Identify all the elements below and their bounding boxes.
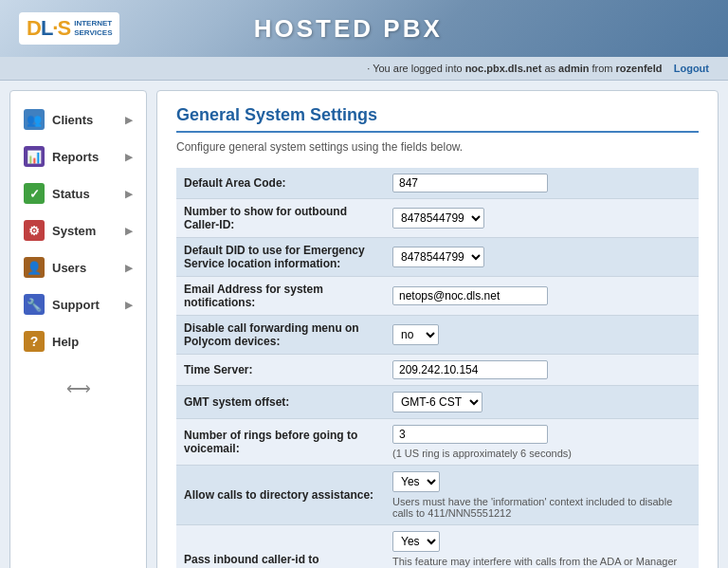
table-row: Email Address for system notifications:: [176, 277, 699, 316]
sidebar-item-support[interactable]: 🔧 Support ▶: [14, 286, 142, 322]
setting-value: 8478544799: [385, 238, 699, 277]
admin-name: admin: [558, 63, 589, 74]
username: rozenfeld: [616, 63, 663, 74]
status-icon: ✓: [24, 183, 45, 204]
page-subtitle: Configure general system settings using …: [176, 140, 699, 154]
setting-note: Users must have the 'information' contex…: [392, 496, 691, 519]
reports-icon: 📊: [24, 146, 45, 167]
sidebar-label-clients: Clients: [52, 113, 93, 127]
sidebar-label-help: Help: [52, 335, 79, 349]
setting-label: Number of rings before going to voicemai…: [176, 419, 385, 466]
clients-icon: 👥: [24, 109, 45, 130]
sidebar-label-users: Users: [52, 261, 86, 275]
logo-area: DL·S INTERNET SERVICES: [19, 12, 119, 45]
setting-label: Default Area Code:: [176, 168, 385, 199]
setting-select-8[interactable]: YesNo: [392, 471, 440, 492]
header-title: HOSTED PBX: [254, 14, 443, 44]
reports-arrow: ▶: [125, 152, 133, 162]
logo-box: DL·S INTERNET SERVICES: [19, 12, 119, 45]
sidebar-item-users[interactable]: 👤 Users ▶: [14, 249, 142, 285]
sidebar-label-system: System: [52, 224, 96, 238]
setting-label: Email Address for system notifications:: [176, 277, 385, 316]
setting-value: noyes: [385, 316, 699, 355]
setting-value: GMT-6 CST: [385, 386, 699, 419]
setting-select-4[interactable]: noyes: [392, 324, 439, 345]
logo-text: INTERNET SERVICES: [74, 19, 112, 37]
header: DL·S INTERNET SERVICES HOSTED PBX: [0, 0, 728, 57]
users-arrow: ▶: [125, 263, 133, 273]
setting-select-2[interactable]: 8478544799: [392, 247, 484, 267]
setting-input-3[interactable]: [392, 286, 548, 305]
setting-value: [385, 355, 699, 386]
setting-label: Allow calls to directory assistance:: [176, 466, 385, 525]
table-row: Number of rings before going to voicemai…: [176, 419, 699, 466]
setting-value: 8478544799: [385, 199, 699, 238]
table-row: Default Area Code:: [176, 168, 699, 199]
table-row: Allow calls to directory assistance:YesN…: [176, 466, 699, 525]
setting-value: [385, 277, 699, 316]
logout-button[interactable]: Logout: [674, 63, 709, 74]
main-layout: 👥 Clients ▶ 📊 Reports ▶ ✓ Status ▶ ⚙ Sys…: [0, 81, 728, 568]
sidebar: 👥 Clients ▶ 📊 Reports ▶ ✓ Status ▶ ⚙ Sys…: [9, 90, 147, 568]
setting-value: [385, 168, 699, 199]
setting-value: (1 US ring is approximately 6 seconds): [385, 419, 699, 466]
sidebar-label-reports: Reports: [52, 150, 99, 164]
setting-label: Number to show for outbound Caller-ID:: [176, 199, 385, 238]
setting-input-0[interactable]: [392, 174, 548, 192]
sidebar-label-support: Support: [52, 298, 100, 312]
users-icon: 👤: [24, 257, 45, 278]
setting-label: GMT system offset:: [176, 386, 385, 419]
content-area: General System Settings Configure genera…: [156, 90, 719, 568]
setting-label: Pass inbound caller-id to forwarded call…: [176, 525, 385, 569]
setting-note: This feature may interfere with calls fr…: [392, 556, 691, 568]
table-row: Disable call forwarding menu on Polycom …: [176, 316, 699, 355]
page-title: General System Settings: [176, 105, 699, 133]
status-arrow: ▶: [125, 189, 133, 199]
system-icon: ⚙: [24, 220, 45, 241]
setting-label: Time Server:: [176, 355, 385, 386]
setting-select-1[interactable]: 8478544799: [392, 208, 484, 229]
setting-value: YesNoThis feature may interfere with cal…: [385, 525, 699, 569]
setting-value: YesNoUsers must have the 'information' c…: [385, 466, 699, 525]
help-icon: ?: [24, 331, 45, 352]
sidebar-item-clients[interactable]: 👥 Clients ▶: [14, 101, 142, 137]
logo-dls: DL·S: [27, 16, 70, 41]
setting-label: Default DID to use for Emergency Service…: [176, 238, 385, 277]
system-arrow: ▶: [125, 226, 133, 236]
sidebar-extra-icon: ⟷: [66, 379, 91, 398]
sidebar-label-status: Status: [52, 187, 90, 201]
support-arrow: ▶: [125, 300, 133, 310]
sidebar-item-reports[interactable]: 📊 Reports ▶: [14, 138, 142, 174]
support-icon: 🔧: [24, 294, 45, 315]
setting-input-7[interactable]: [392, 425, 548, 444]
clients-arrow: ▶: [125, 115, 133, 125]
sidebar-item-status[interactable]: ✓ Status ▶: [14, 175, 142, 211]
status-bar: · You are logged into noc.pbx.dls.net as…: [0, 57, 728, 81]
server-name: noc.pbx.dls.net: [465, 63, 542, 74]
setting-input-5[interactable]: [392, 360, 548, 379]
sidebar-item-system[interactable]: ⚙ System ▶: [14, 212, 142, 248]
sidebar-item-help[interactable]: ? Help: [14, 323, 142, 359]
status-text: You are logged into: [373, 63, 462, 74]
table-row: Time Server:: [176, 355, 699, 386]
setting-select-6[interactable]: GMT-6 CST: [392, 392, 482, 412]
setting-label: Disable call forwarding menu on Polycom …: [176, 316, 385, 355]
setting-select-9[interactable]: YesNo: [392, 531, 440, 552]
setting-note: (1 US ring is approximately 6 seconds): [392, 448, 572, 459]
settings-table: Default Area Code:Number to show for out…: [176, 168, 699, 568]
table-row: Pass inbound caller-id to forwarded call…: [176, 525, 699, 569]
table-row: Default DID to use for Emergency Service…: [176, 238, 699, 277]
table-row: GMT system offset:GMT-6 CST: [176, 386, 699, 419]
table-row: Number to show for outbound Caller-ID:84…: [176, 199, 699, 238]
